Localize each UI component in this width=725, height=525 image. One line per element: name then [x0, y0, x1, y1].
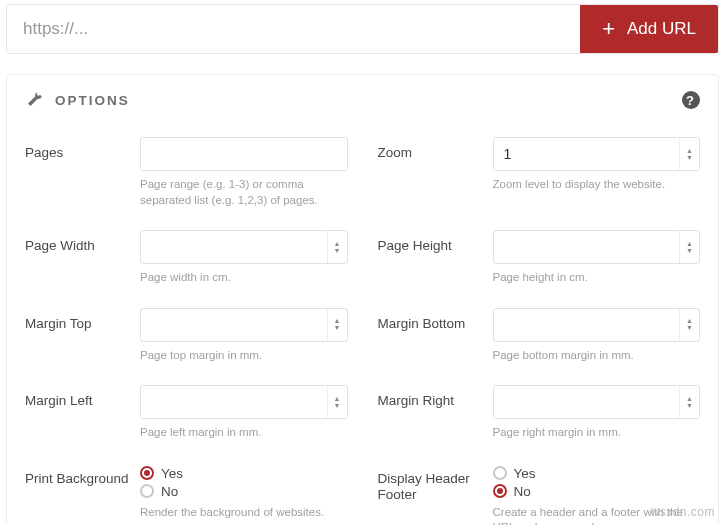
input-pages[interactable]: [140, 137, 348, 171]
plus-icon: +: [602, 18, 615, 40]
input-page-width[interactable]: ▲▼: [140, 230, 348, 264]
stepper-icon[interactable]: ▲▼: [679, 386, 699, 418]
url-bar: + Add URL: [6, 4, 719, 54]
label-display-header-footer: Display Header Footer: [378, 463, 483, 505]
radio-print-background-yes[interactable]: Yes: [140, 466, 348, 481]
help-margin-right: Page right margin in mm.: [493, 425, 701, 441]
input-page-height[interactable]: ▲▼: [493, 230, 701, 264]
help-margin-left: Page left margin in mm.: [140, 425, 348, 441]
stepper-icon[interactable]: ▲▼: [327, 309, 347, 341]
help-icon[interactable]: ?: [682, 91, 700, 109]
url-input[interactable]: [7, 5, 580, 53]
label-print-background: Print Background: [25, 463, 130, 488]
stepper-icon[interactable]: ▲▼: [327, 231, 347, 263]
field-margin-bottom: Margin Bottom ▲▼ Page bottom margin in m…: [378, 308, 701, 364]
field-page-height: Page Height ▲▼ Page height in cm.: [378, 230, 701, 286]
field-margin-top: Margin Top ▲▼ Page top margin in mm.: [25, 308, 348, 364]
input-margin-right[interactable]: ▲▼: [493, 385, 701, 419]
field-margin-left: Margin Left ▲▼ Page left margin in mm.: [25, 385, 348, 441]
stepper-icon[interactable]: ▲▼: [327, 386, 347, 418]
field-zoom: Zoom 1 ▲▼ Zoom level to display the webs…: [378, 137, 701, 208]
radio-display-header-footer-yes[interactable]: Yes: [493, 466, 701, 481]
help-page-width: Page width in cm.: [140, 270, 348, 286]
add-url-button[interactable]: + Add URL: [580, 5, 718, 53]
label-margin-right: Margin Right: [378, 385, 483, 410]
radio-icon: [140, 484, 154, 498]
radio-icon: [493, 466, 507, 480]
options-panel: OPTIONS ? Pages Page range (e.g. 1-3) or…: [6, 74, 719, 525]
wrench-icon: [25, 91, 43, 109]
options-header: OPTIONS ?: [7, 75, 718, 123]
field-page-width: Page Width ▲▼ Page width in cm.: [25, 230, 348, 286]
watermark: wsxdn.com: [650, 505, 715, 519]
label-margin-top: Margin Top: [25, 308, 130, 333]
label-margin-left: Margin Left: [25, 385, 130, 410]
label-page-width: Page Width: [25, 230, 130, 255]
input-margin-left[interactable]: ▲▼: [140, 385, 348, 419]
radio-icon: [493, 484, 507, 498]
options-form: Pages Page range (e.g. 1-3) or comma sep…: [7, 123, 718, 525]
help-margin-bottom: Page bottom margin in mm.: [493, 348, 701, 364]
field-pages: Pages Page range (e.g. 1-3) or comma sep…: [25, 137, 348, 208]
label-margin-bottom: Margin Bottom: [378, 308, 483, 333]
stepper-icon[interactable]: ▲▼: [679, 231, 699, 263]
label-page-height: Page Height: [378, 230, 483, 255]
help-print-background: Render the background of websites.: [140, 505, 348, 521]
help-page-height: Page height in cm.: [493, 270, 701, 286]
options-title: OPTIONS: [55, 93, 130, 108]
stepper-icon[interactable]: ▲▼: [679, 309, 699, 341]
help-margin-top: Page top margin in mm.: [140, 348, 348, 364]
help-pages: Page range (e.g. 1-3) or comma separated…: [140, 177, 348, 208]
help-zoom: Zoom level to display the website.: [493, 177, 701, 193]
add-url-label: Add URL: [627, 19, 696, 39]
radio-print-background-no[interactable]: No: [140, 484, 348, 499]
radio-icon: [140, 466, 154, 480]
field-print-background: Print Background Yes No Render the backg…: [25, 463, 348, 525]
stepper-icon[interactable]: ▲▼: [679, 138, 699, 170]
label-pages: Pages: [25, 137, 130, 162]
input-margin-bottom[interactable]: ▲▼: [493, 308, 701, 342]
field-margin-right: Margin Right ▲▼ Page right margin in mm.: [378, 385, 701, 441]
radio-display-header-footer-no[interactable]: No: [493, 484, 701, 499]
input-margin-top[interactable]: ▲▼: [140, 308, 348, 342]
label-zoom: Zoom: [378, 137, 483, 162]
input-zoom[interactable]: 1 ▲▼: [493, 137, 701, 171]
